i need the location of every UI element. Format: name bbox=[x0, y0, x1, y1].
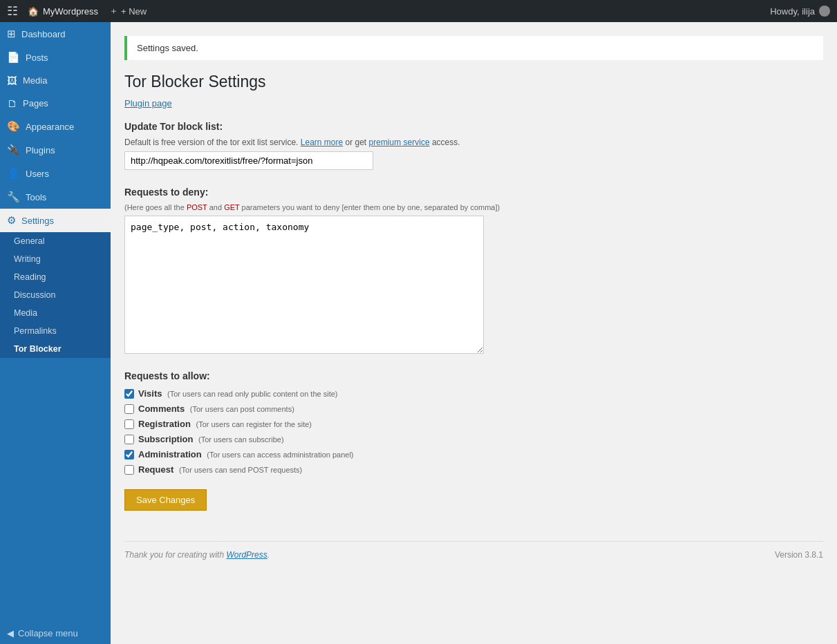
sidebar-item-settings[interactable]: ⚙ Settings bbox=[0, 209, 111, 232]
checkbox-row-administration: Administration (Tor users can access adm… bbox=[124, 449, 823, 460]
collapse-menu-button[interactable]: ◀ Collapse menu bbox=[0, 623, 111, 644]
dashboard-icon: ⊞ bbox=[7, 28, 16, 40]
administration-label: Administration (Tor users can access adm… bbox=[138, 449, 354, 460]
admin-bar: ☷ 🏠 MyWordpress ＋ + New Howdy, ilija bbox=[0, 0, 837, 22]
appearance-icon: 🎨 bbox=[7, 120, 20, 133]
checkbox-row-subscription: Subscription (Tor users can subscribe) bbox=[124, 434, 823, 444]
page-title: Tor Blocker Settings bbox=[124, 73, 823, 91]
update-section-title: Update Tor block list: bbox=[124, 121, 823, 132]
subscription-checkbox[interactable] bbox=[124, 435, 134, 444]
settings-icon: ⚙ bbox=[7, 214, 16, 227]
media-icon: 🖼 bbox=[7, 75, 17, 86]
subscription-label: Subscription (Tor users can subscribe) bbox=[138, 434, 284, 444]
submenu-item-media-settings[interactable]: Media bbox=[0, 304, 111, 322]
submenu-item-permalinks[interactable]: Permalinks bbox=[0, 322, 111, 340]
settings-saved-notice: Settings saved. bbox=[124, 36, 823, 60]
plugin-page-link[interactable]: Plugin page bbox=[124, 98, 172, 108]
wordpress-footer-link[interactable]: WordPress bbox=[226, 550, 267, 560]
plugins-icon: 🔌 bbox=[7, 144, 20, 156]
settings-submenu: General Writing Reading Discussion Media… bbox=[0, 232, 111, 358]
users-icon: 👤 bbox=[7, 167, 20, 180]
save-changes-button[interactable]: Save Changes bbox=[124, 489, 207, 511]
home-icon: 🏠 bbox=[28, 6, 39, 17]
submenu-item-reading[interactable]: Reading bbox=[0, 268, 111, 286]
checkbox-row-registration: Registration (Tor users can register for… bbox=[124, 419, 823, 429]
checkbox-row-comments: Comments (Tor users can post comments) bbox=[124, 404, 823, 414]
sidebar-item-posts[interactable]: 📄 Posts bbox=[0, 46, 111, 69]
submenu-item-general[interactable]: General bbox=[0, 232, 111, 250]
sidebar-item-dashboard[interactable]: ⊞ Dashboard bbox=[0, 22, 111, 46]
learn-more-link[interactable]: Learn more bbox=[301, 138, 343, 147]
pages-icon: 🗋 bbox=[7, 97, 17, 109]
deny-textarea[interactable]: page_type, post, action, taxonomy bbox=[124, 216, 484, 354]
sidebar: ⊞ Dashboard 📄 Posts 🖼 Media 🗋 Pages 🎨 Ap… bbox=[0, 22, 111, 644]
sidebar-item-users[interactable]: 👤 Users bbox=[0, 162, 111, 185]
comments-checkbox[interactable] bbox=[124, 404, 134, 414]
premium-service-link[interactable]: premium service bbox=[369, 138, 430, 147]
tools-icon: 🔧 bbox=[7, 191, 20, 203]
sidebar-item-plugins[interactable]: 🔌 Plugins bbox=[0, 138, 111, 162]
footer: Thank you for creating with WordPress. V… bbox=[124, 541, 823, 568]
user-howdy[interactable]: Howdy, ilija bbox=[770, 6, 830, 17]
version-text: Version 3.8.1 bbox=[775, 550, 823, 560]
sidebar-item-media[interactable]: 🖼 Media bbox=[0, 69, 111, 92]
tor-url-input[interactable] bbox=[124, 151, 373, 170]
posts-icon: 📄 bbox=[7, 51, 20, 64]
comments-label: Comments (Tor users can post comments) bbox=[138, 404, 294, 414]
sidebar-item-tools[interactable]: 🔧 Tools bbox=[0, 185, 111, 209]
sidebar-item-appearance[interactable]: 🎨 Appearance bbox=[0, 115, 111, 138]
submenu-item-discussion[interactable]: Discussion bbox=[0, 286, 111, 304]
deny-section-title: Requests to deny: bbox=[124, 187, 823, 198]
avatar bbox=[819, 6, 830, 17]
visits-label: Visits (Tor users can read only public c… bbox=[138, 388, 338, 399]
request-label: Request (Tor users can send POST request… bbox=[138, 464, 302, 475]
submenu-item-writing[interactable]: Writing bbox=[0, 250, 111, 268]
checkbox-row-request: Request (Tor users can send POST request… bbox=[124, 464, 823, 475]
allow-section-title: Requests to allow: bbox=[124, 370, 823, 381]
new-item-button[interactable]: ＋ + New bbox=[109, 5, 147, 17]
collapse-icon: ◀ bbox=[7, 628, 14, 638]
administration-checkbox[interactable] bbox=[124, 450, 134, 460]
update-description: Default is free version of the tor exit … bbox=[124, 138, 823, 147]
sidebar-bottom: ◀ Collapse menu bbox=[0, 623, 111, 644]
plus-icon: ＋ bbox=[109, 5, 118, 17]
checkbox-row-visits: Visits (Tor users can read only public c… bbox=[124, 388, 823, 399]
submenu-item-tor-blocker[interactable]: Tor Blocker bbox=[0, 340, 111, 358]
registration-label: Registration (Tor users can register for… bbox=[138, 419, 312, 429]
site-name[interactable]: 🏠 MyWordpress bbox=[28, 6, 98, 17]
request-checkbox[interactable] bbox=[124, 465, 134, 475]
sidebar-item-pages[interactable]: 🗋 Pages bbox=[0, 92, 111, 115]
main-content: Settings saved. Tor Blocker Settings Plu… bbox=[111, 22, 837, 644]
deny-hint: (Here goes all the POST and GET paramete… bbox=[124, 203, 823, 211]
registration-checkbox[interactable] bbox=[124, 419, 134, 429]
wordpress-logo-icon: ☷ bbox=[7, 3, 18, 19]
footer-text: Thank you for creating with WordPress. bbox=[124, 550, 270, 560]
visits-checkbox[interactable] bbox=[124, 389, 134, 399]
